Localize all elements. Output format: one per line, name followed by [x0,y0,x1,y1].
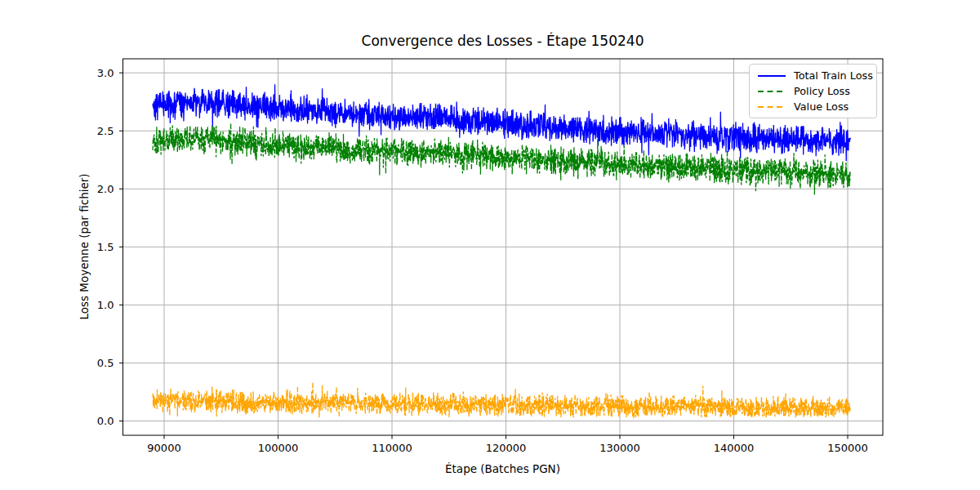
series-value-loss-path [153,382,850,417]
y-tick-label: 0.0 [97,415,114,427]
figure: 9000010000011000012000013000014000015000… [0,0,980,490]
legend-item-total-train-loss: Total Train Loss [757,69,871,82]
y-tick-label: 1.0 [97,299,114,311]
legend-label: Total Train Loss [794,69,873,82]
x-tick-label: 120000 [486,442,527,454]
y-tick-label: 0.5 [97,357,114,369]
legend-line-sample-icon [757,74,786,78]
x-tick-label: 90000 [147,442,180,454]
chart-title: Convergence des Losses - Étape 150240 [123,33,882,49]
x-tick-label: 140000 [714,442,755,454]
x-tick-label: 150000 [827,442,868,454]
x-tick-label: 100000 [258,442,299,454]
legend-line-sample-icon [757,105,786,109]
legend-item-policy-loss: Policy Loss [757,85,871,97]
x-tick-label: 130000 [599,442,640,454]
legend-item-value-loss: Value Loss [757,100,871,113]
y-tick-label: 2.0 [97,183,114,195]
y-axis-label: Loss Moyenne (par fichier) [78,173,91,319]
legend-line-sample-icon [757,89,786,94]
x-tick-label: 110000 [372,442,412,454]
y-tick-label: 1.5 [97,241,114,253]
legend-label: Value Loss [794,100,849,113]
x-axis-label: Étape (Batches PGN) [123,462,882,475]
y-tick-label: 3.0 [97,67,114,79]
y-tick-label: 2.5 [97,125,114,137]
legend: Total Train Loss Policy Loss Value Loss [749,64,877,118]
legend-label: Policy Loss [794,85,850,97]
